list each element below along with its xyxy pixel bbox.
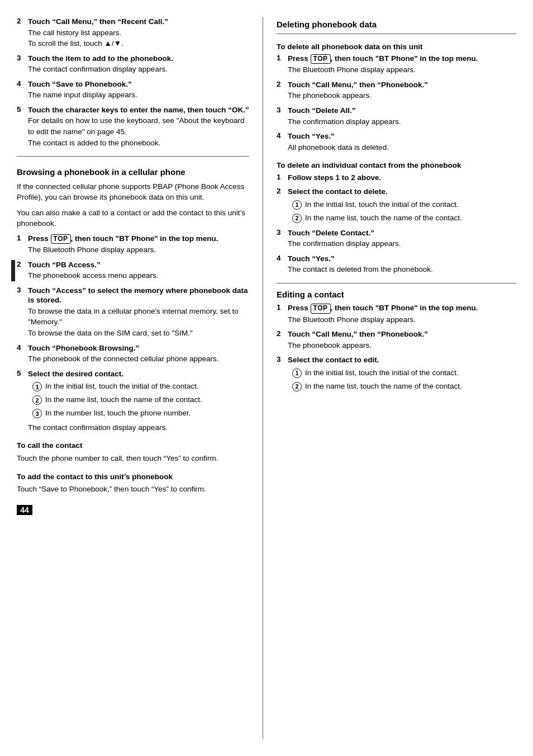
browsing-step-3: 3 Touch “Access” to select the memory wh… [17, 286, 249, 339]
circle-d2-icon: 2 [292, 214, 302, 223]
browsing-step-2-wrapper: 2 Touch “PB Access.” The phonebook acces… [17, 260, 249, 281]
editing-step-content-1: Press TOP, then touch "BT Phone" in the … [288, 303, 516, 325]
delete-indiv-substep-2-2-text: In the name list, touch the name of the … [305, 213, 462, 224]
delete-all-step-label-2: Touch “Call Menu,” then “Phonebook.” [288, 80, 516, 90]
step-content-4: Touch “Save to Phonebook.” The name inpu… [28, 79, 249, 101]
browsing-step-2: 2 Touch “PB Access.” The phonebook acces… [17, 260, 249, 281]
editing-step-3: 3 Select the contact to edit. 1 In the i… [277, 355, 516, 391]
delete-indiv-step-label-3: Touch “Delete Contact.” [288, 228, 516, 238]
editing-step-2: 2 Touch “Call Menu,” then “Phonebook.” T… [277, 329, 516, 351]
step-body-5: For details on how to use the keyboard, … [28, 115, 249, 148]
browsing-step-num-1: 1 [17, 234, 28, 242]
to-call-title: To call the contact [17, 441, 249, 451]
browsing-step-num-2: 2 [17, 260, 28, 268]
circle-d1-icon: 1 [292, 200, 302, 210]
step-marker-bar [11, 260, 15, 281]
browsing-substep-5-3: 3 In the number list, touch the phone nu… [32, 408, 249, 419]
editing-substep-3-1-text: In the initial list, touch the initial o… [305, 368, 459, 379]
browsing-step-num-4: 4 [17, 343, 28, 352]
step-3: 3 Touch the item to add to the phonebook… [17, 54, 249, 75]
delete-individual-subsection: To delete an individual contact from the… [277, 160, 516, 275]
browsing-step-body-1: The Bluetooth Phone display appears. [28, 244, 249, 256]
browsing-step-1: 1 Press TOP, then touch "BT Phone" in th… [17, 234, 249, 256]
delete-all-step-label-4: Touch “Yes.” [288, 131, 516, 141]
browsing-step-5-body: The contact confirmation display appears… [28, 422, 249, 433]
delete-all-subtitle: To delete all phonebook data on this uni… [277, 42, 516, 52]
step-label-4: Touch “Save to Phonebook.” [28, 79, 249, 89]
step-num-2: 2 [17, 17, 28, 25]
delete-indiv-step-num-1: 1 [277, 173, 288, 181]
browsing-step-content-5: Select the desired contact. 1 In the ini… [28, 369, 249, 433]
circle-3-icon: 3 [32, 409, 42, 418]
step-content-3: Touch the item to add to the phonebook. … [28, 54, 249, 75]
to-call-section: To call the contact Touch the phone numb… [17, 441, 249, 464]
delete-indiv-step-content-4: Touch “Yes.” The contact is deleted from… [288, 254, 516, 275]
editing-step-num-2: 2 [277, 329, 288, 338]
top-button-icon: TOP [51, 234, 71, 244]
step-5: 5 Touch the character keys to enter the … [17, 105, 249, 148]
right-column: Deleting phonebook data To delete all ph… [263, 17, 516, 739]
step-label-5: Touch the character keys to enter the na… [28, 105, 249, 115]
editing-step-content-3: Select the contact to edit. 1 In the ini… [288, 355, 516, 391]
editing-step-content-2: Touch “Call Menu,” then “Phonebook.” The… [288, 329, 516, 351]
step-body-4: The name input display appears. [28, 89, 249, 101]
browsing-step-body-2: The phonebook access menu appears. [28, 270, 249, 281]
delete-indiv-step-2: 2 Select the contact to delete. 1 In the… [277, 187, 516, 223]
editing-step-num-1: 1 [277, 303, 288, 311]
browsing-step-4: 4 Touch “Phonebook Browsing.” The phoneb… [17, 343, 249, 365]
delete-indiv-step-content-3: Touch “Delete Contact.” The confirmation… [288, 228, 516, 249]
left-column: 2 Touch “Call Menu,” then “Recent Call.”… [17, 17, 263, 739]
browsing-substep-5-3-text: In the number list, touch the phone numb… [45, 408, 191, 419]
delete-all-step-content-4: Touch “Yes.” All phonebook data is delet… [288, 131, 516, 153]
delete-indiv-step-content-2: Select the contact to delete. 1 In the i… [288, 187, 516, 223]
browsing-step-label-1: Press TOP, then touch "BT Phone" in the … [28, 234, 249, 244]
editing-substep-3-1: 1 In the initial list, touch the initial… [292, 368, 516, 379]
step-content-5: Touch the character keys to enter the na… [28, 105, 249, 148]
delete-all-step-content-3: Touch “Delete All.” The confirmation dis… [288, 106, 516, 127]
step-body-3: The contact confirmation display appears… [28, 64, 249, 75]
browsing-intro-1: If the connected cellular phone supports… [17, 181, 249, 203]
browsing-step-label-4: Touch “Phonebook Browsing.” [28, 343, 249, 353]
delete-all-step-1: 1 Press TOP, then touch "BT Phone" in th… [277, 54, 516, 75]
browsing-section-title: Browsing a phonebook in a cellular phone [17, 167, 249, 178]
editing-step-body-2: The phonebook appears. [288, 340, 516, 351]
delete-all-step-body-3: The confirmation display appears. [288, 116, 516, 127]
browsing-step-content-4: Touch “Phonebook Browsing.” The phoneboo… [28, 343, 249, 365]
step-2: 2 Touch “Call Menu,” then “Recent Call.”… [17, 17, 249, 49]
browsing-section: Browsing a phonebook in a cellular phone… [17, 167, 249, 495]
editing-step-1: 1 Press TOP, then touch "BT Phone" in th… [277, 303, 516, 325]
editing-step-label-2: Touch “Call Menu,” then “Phonebook.” [288, 329, 516, 339]
delete-all-step-num-4: 4 [277, 131, 288, 140]
browsing-step-label-3: Touch “Access” to select the memory wher… [28, 286, 249, 305]
top-button-icon-e1: TOP [311, 304, 331, 314]
browsing-step-content-3: Touch “Access” to select the memory wher… [28, 286, 249, 339]
delete-all-step-body-4: All phonebook data is deleted. [288, 142, 516, 153]
delete-all-step-body-1: The Bluetooth Phone display appears. [288, 64, 516, 75]
delete-indiv-step-4: 4 Touch “Yes.” The contact is deleted fr… [277, 254, 516, 275]
delete-indiv-step-content-1: Follow steps 1 to 2 above. [288, 173, 516, 183]
deleting-section-title: Deleting phonebook data [277, 19, 516, 30]
browsing-substep-5-1-text: In the initial list, touch the initial o… [45, 381, 199, 392]
browsing-substep-5-2: 2 In the name list, touch the name of th… [32, 395, 249, 405]
delete-all-step-label-1: Press TOP, then touch "BT Phone" in the … [288, 54, 516, 64]
browsing-step-num-3: 3 [17, 286, 28, 294]
delete-indiv-step-label-1: Follow steps 1 to 2 above. [288, 173, 516, 183]
editing-step-label-1: Press TOP, then touch "BT Phone" in the … [288, 303, 516, 313]
delete-indiv-step-num-3: 3 [277, 228, 288, 237]
delete-all-step-num-1: 1 [277, 54, 288, 62]
step-label-2: Touch “Call Menu,” then “Recent Call.” [28, 17, 249, 27]
browsing-substep-5-1: 1 In the initial list, touch the initial… [32, 381, 249, 392]
delete-indiv-step-body-4: The contact is deleted from the phoneboo… [288, 264, 516, 275]
page-number-area: 44 [17, 505, 249, 515]
step-num-3: 3 [17, 54, 28, 62]
delete-indiv-step-num-4: 4 [277, 254, 288, 262]
step-4: 4 Touch “Save to Phonebook.” The name in… [17, 79, 249, 101]
delete-all-step-2: 2 Touch “Call Menu,” then “Phonebook.” T… [277, 80, 516, 101]
delete-indiv-step-1: 1 Follow steps 1 to 2 above. [277, 173, 516, 183]
to-add-body: Touch “Save to Phonebook,” then touch “Y… [17, 484, 249, 495]
browsing-substep-5-2-text: In the name list, touch the name of the … [45, 395, 202, 405]
editing-substep-3-2: 2 In the name list, touch the name of th… [292, 381, 516, 392]
delete-all-step-num-2: 2 [277, 80, 288, 88]
divider-right-bottom [277, 283, 516, 284]
to-add-section: To add the contact to this unit’s phoneb… [17, 472, 249, 495]
